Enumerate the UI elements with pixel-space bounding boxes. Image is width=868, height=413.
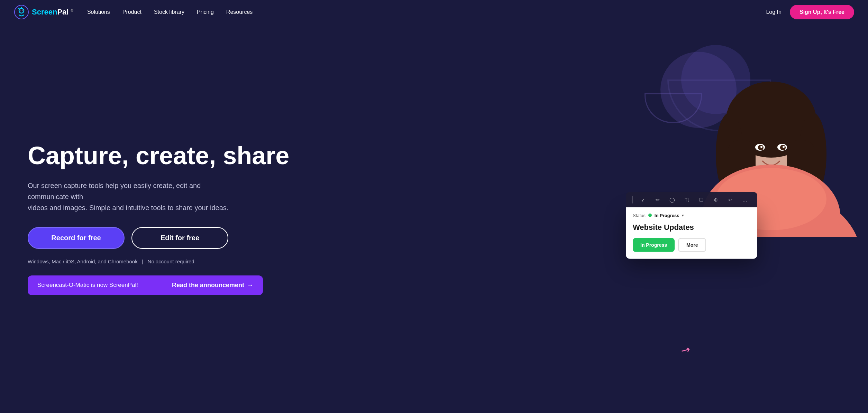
svg-point-17 (780, 145, 786, 150)
edit-for-free-button[interactable]: Edit for free (131, 227, 228, 249)
status-label: Status (633, 213, 646, 218)
toolbar-icon-cursor[interactable]: ↙ (639, 195, 647, 204)
status-value: In Progress (655, 213, 679, 218)
card-action-buttons: In Progress More (633, 238, 750, 252)
toolbar-icon-zoom[interactable]: ⊕ (712, 195, 720, 204)
logo-text: ScreenPal ® (32, 8, 73, 17)
hero-section: Capture, create, share Our screen captur… (0, 24, 868, 413)
ui-mockup: ↙ ✏ ◯ Tt ☐ ⊕ ↩ … Status In Progress ▾ We… (626, 192, 757, 259)
card-title: Website Updates (633, 223, 750, 232)
svg-point-21 (716, 168, 826, 230)
toolbar-icon-pen[interactable]: ✏ (654, 195, 662, 204)
toolbar-icon-rect[interactable]: ☐ (697, 195, 705, 204)
nav-item-resources[interactable]: Resources (226, 9, 253, 15)
navbar: ScreenPal ® Solutions Product Stock libr… (0, 0, 868, 24)
nav-right: Log In Sign Up, It's Free (766, 5, 854, 19)
card-in-progress-button[interactable]: In Progress (633, 238, 675, 252)
svg-point-4 (20, 10, 21, 11)
status-chevron[interactable]: ▾ (682, 213, 684, 217)
nav-item-product[interactable]: Product (122, 9, 141, 15)
svg-point-19 (783, 146, 785, 148)
svg-point-11 (799, 113, 826, 196)
toolbar-icon-eraser[interactable]: ◯ (668, 195, 676, 204)
hero-footnote: Windows, Mac / iOS, Android, and Chromeb… (28, 259, 298, 264)
login-link[interactable]: Log In (766, 9, 781, 15)
hero-buttons: Record for free Edit for free (28, 227, 298, 249)
status-row: Status In Progress ▾ (633, 213, 750, 218)
svg-point-5 (22, 10, 24, 11)
svg-point-15 (777, 144, 787, 151)
nav-item-pricing[interactable]: Pricing (197, 9, 214, 15)
nav-links: Solutions Product Stock library Pricing … (87, 9, 766, 15)
announcement-bar: Screencast-O-Matic is now ScreenPal! Rea… (28, 275, 263, 295)
svg-rect-13 (787, 140, 814, 209)
hero-content: Capture, create, share Our screen captur… (28, 142, 298, 295)
announcement-text: Screencast-O-Matic is now ScreenPal! (37, 282, 165, 289)
hero-subtitle: Our screen capture tools help you easily… (28, 180, 242, 213)
svg-point-14 (755, 144, 765, 151)
logo[interactable]: ScreenPal ® (14, 4, 73, 20)
signup-button[interactable]: Sign Up, It's Free (790, 5, 854, 19)
toolbar-icon-text[interactable]: Tt (683, 195, 691, 204)
toolbar-icon-undo[interactable]: ↩ (726, 195, 734, 204)
toolbar-icon-more[interactable]: … (741, 195, 749, 204)
announcement-link[interactable]: Read the announcement → (172, 282, 253, 289)
card-more-button[interactable]: More (678, 238, 706, 252)
status-dot (648, 214, 652, 217)
nav-item-solutions[interactable]: Solutions (87, 9, 110, 15)
editor-toolbar: ↙ ✏ ◯ Tt ☐ ⊕ ↩ … (626, 192, 757, 207)
logo-icon (14, 4, 29, 20)
circle-decoration-2 (667, 79, 771, 131)
toolbar-divider (632, 196, 633, 203)
svg-point-16 (758, 145, 764, 150)
pink-arrow-decoration: ↗ (678, 341, 693, 357)
status-card: Status In Progress ▾ Website Updates In … (626, 207, 757, 259)
svg-line-3 (19, 8, 19, 9)
svg-point-18 (760, 146, 762, 148)
nav-item-stock[interactable]: Stock library (154, 9, 184, 15)
svg-point-6 (681, 189, 861, 237)
svg-rect-7 (760, 171, 782, 199)
svg-point-20 (702, 165, 840, 237)
record-for-free-button[interactable]: Record for free (28, 227, 125, 249)
hero-title: Capture, create, share (28, 142, 298, 169)
svg-rect-12 (728, 140, 756, 209)
